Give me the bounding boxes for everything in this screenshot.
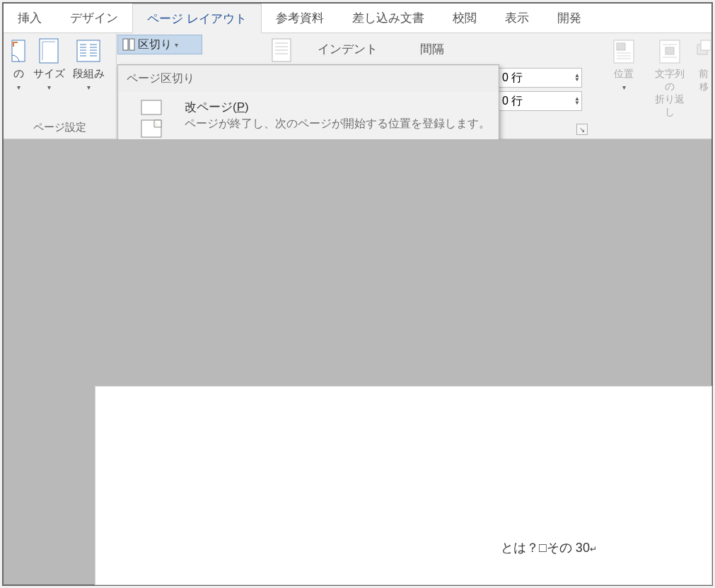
document-page[interactable] — [95, 387, 711, 584]
breaks-label: 区切り — [138, 37, 172, 52]
tab-view[interactable]: 表示 — [491, 4, 543, 33]
orientation-icon — [8, 36, 29, 67]
ribbon-tabs: 挿入 デザイン ページ レイアウト 参考資料 差し込み文書 校閲 表示 開発 — [4, 4, 711, 33]
partial-label: 移 — [699, 81, 709, 92]
columns-button[interactable]: 段組み▾ — [69, 36, 108, 94]
position-button[interactable]: 位置▾ — [605, 36, 644, 118]
bring-front-button[interactable]: 前移 — [697, 36, 711, 118]
breaks-icon — [122, 38, 135, 51]
wrap-text-label: 文字列の 折り返し — [655, 68, 685, 117]
wrap-text-button[interactable]: 文字列の 折り返し — [651, 36, 690, 118]
page-icon-gray — [269, 37, 295, 63]
spacing-label: 間隔 — [420, 41, 444, 57]
svg-rect-28 — [665, 47, 674, 54]
tab-insert[interactable]: 挿入 — [4, 4, 56, 33]
bring-front-icon — [697, 36, 711, 67]
page-breaks-section-header: ページ区切り — [118, 65, 499, 92]
spacing-spinners: 0 行 ▲▼ 0 行 ▲▼ — [497, 64, 582, 114]
spacing-after-input[interactable]: 0 行 ▲▼ — [497, 91, 582, 111]
page-break-icon — [131, 99, 172, 139]
tab-page-layout[interactable]: ページ レイアウト — [132, 4, 262, 33]
bring-front-label: 前 — [699, 68, 709, 79]
tab-developer[interactable]: 開発 — [543, 4, 595, 33]
position-label: 位置 — [614, 68, 634, 79]
spinner-arrows-icon[interactable]: ▲▼ — [574, 97, 580, 105]
document-background — [4, 139, 711, 584]
size-icon — [29, 36, 69, 67]
chevron-down-icon: ▾ — [17, 83, 21, 91]
chevron-down-icon: ▾ — [622, 83, 626, 91]
wrap-text-icon — [651, 36, 690, 67]
position-icon — [605, 36, 644, 67]
chevron-down-icon: ▾ — [47, 83, 51, 91]
paragraph-dialog-launcher[interactable]: ↘ — [576, 124, 588, 135]
spacing-before-input[interactable]: 0 行 ▲▼ — [497, 68, 582, 88]
chevron-down-icon: ▾ — [87, 83, 91, 91]
orientation-label: の — [13, 67, 24, 79]
columns-label: 段組み — [73, 67, 105, 79]
size-button[interactable]: サイズ▾ — [29, 36, 69, 94]
svg-rect-23 — [617, 43, 625, 50]
ribbon: の▾ サイズ▾ 段組み▾ ページ設定 — [4, 33, 711, 139]
svg-rect-32 — [701, 40, 711, 50]
orientation-button[interactable]: の▾ — [8, 36, 29, 94]
breaks-button[interactable]: 区切り ▾ — [117, 35, 202, 54]
spacing-after-value: 0 行 — [502, 94, 523, 109]
indent-label: インデント — [318, 41, 378, 57]
columns-icon — [69, 36, 108, 67]
svg-rect-15 — [123, 39, 128, 50]
svg-rect-16 — [129, 39, 134, 50]
page-setup-group: の▾ サイズ▾ 段組み▾ ページ設定 — [4, 33, 117, 139]
document-body-text[interactable]: とは？□その 30↵ — [501, 539, 597, 556]
spacing-before-value: 0 行 — [502, 71, 523, 86]
page-break-desc: ページが終了し、次のページが開始する位置を登録します。 — [185, 117, 490, 131]
size-label: サイズ — [33, 67, 65, 79]
svg-rect-33 — [141, 100, 161, 114]
page-setup-group-label: ページ設定 — [8, 119, 112, 137]
tab-review[interactable]: 校閲 — [438, 4, 491, 33]
tab-design[interactable]: デザイン — [56, 4, 132, 33]
chevron-down-icon: ▾ — [175, 41, 178, 49]
arrange-group: 位置▾ 文字列の 折り返し 前移 — [605, 36, 711, 118]
spinner-arrows-icon[interactable]: ▲▼ — [574, 74, 580, 82]
tab-references[interactable]: 参考資料 — [262, 4, 338, 33]
page-break-item[interactable]: 改ページ(P) ページが終了し、次のページが開始する位置を登録します。 — [118, 92, 499, 146]
page-break-title: 改ページ(P) — [185, 99, 490, 115]
svg-rect-4 — [77, 40, 100, 61]
tab-mailings[interactable]: 差し込み文書 — [338, 4, 438, 33]
